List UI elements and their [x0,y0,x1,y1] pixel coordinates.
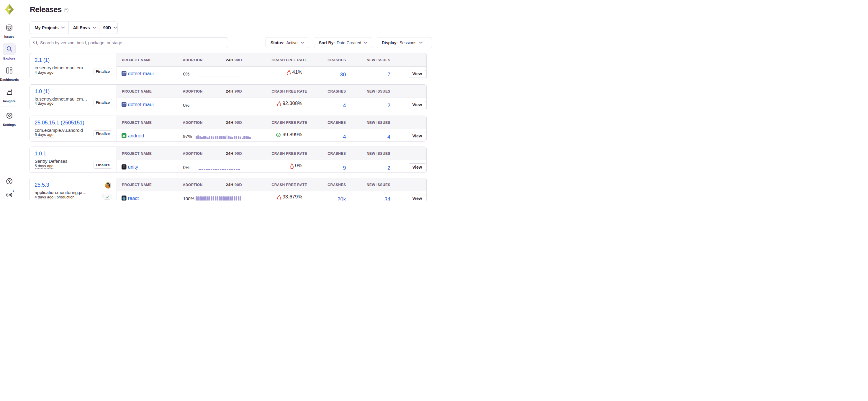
svg-text:MAUI: MAUI [122,74,125,75]
svg-text:MAUI: MAUI [122,105,125,106]
svg-text:.NET: .NET [122,72,126,73]
svg-text:.NET: .NET [122,103,126,105]
